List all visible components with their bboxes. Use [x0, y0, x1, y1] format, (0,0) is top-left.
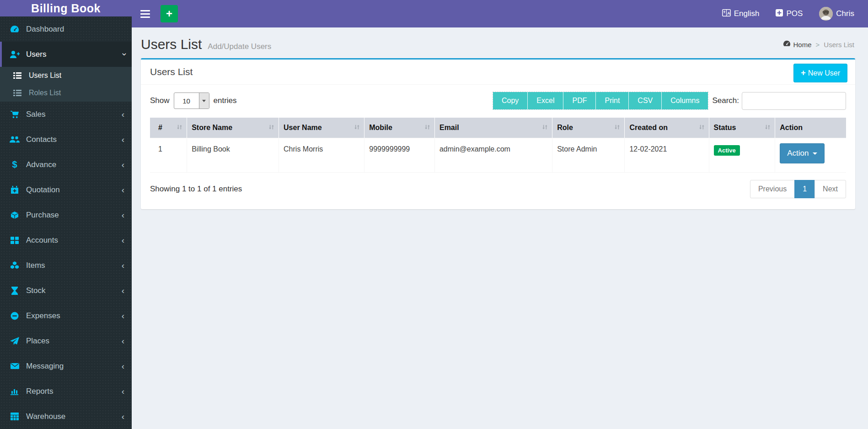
- sidebar-item-users[interactable]: Users ‹: [0, 42, 132, 67]
- pos-button[interactable]: POS: [776, 9, 803, 19]
- avatar: [819, 7, 833, 21]
- page-length-value: 10: [174, 93, 199, 109]
- cell-store-name: Billing Book: [187, 138, 279, 173]
- sidebar-item-stock[interactable]: Stock ‹: [0, 278, 132, 303]
- th-large-icon: [8, 237, 21, 244]
- column-header-status[interactable]: Status: [709, 118, 775, 138]
- sidebar-item-users-list[interactable]: Users List: [0, 67, 132, 84]
- chevron-left-icon: ‹: [122, 311, 124, 320]
- sidebar-item-quotation[interactable]: Quotation ‹: [0, 177, 132, 202]
- sidebar-item-advance[interactable]: $ Advance ‹: [0, 152, 132, 177]
- sidebar-item-sales[interactable]: Sales ‹: [0, 102, 132, 127]
- sidebar-item-accounts[interactable]: Accounts ‹: [0, 228, 132, 253]
- sidebar-item-label: Quotation: [26, 185, 60, 195]
- sidebar-item-label: Dashboard: [26, 25, 64, 34]
- search-input[interactable]: [742, 92, 846, 110]
- language-label: English: [734, 9, 760, 18]
- users-list-card: Users List + New User Show 10: [141, 58, 855, 209]
- minus-circle-icon: [8, 312, 21, 320]
- sidebar-item-warehouse[interactable]: Warehouse ‹: [0, 404, 132, 429]
- chevron-left-icon: ‹: [122, 261, 124, 270]
- pagination-next-button[interactable]: Next: [814, 180, 846, 198]
- column-header-store-name[interactable]: Store Name: [187, 118, 279, 138]
- sidebar-item-label: Warehouse: [26, 412, 65, 421]
- cell-status: Active: [709, 138, 775, 173]
- list-icon: [11, 72, 24, 79]
- pdf-button[interactable]: PDF: [563, 92, 596, 109]
- user-name-label: Chris: [836, 9, 854, 18]
- sort-icon: [614, 124, 620, 132]
- csv-button[interactable]: CSV: [629, 92, 662, 109]
- sidebar-item-label: Users List: [29, 71, 61, 80]
- sidebar-item-label: Advance: [26, 160, 56, 169]
- column-header-user-name[interactable]: User Name: [279, 118, 364, 138]
- page-length-control: Show 10 entries: [150, 92, 237, 109]
- app-logo[interactable]: Billing Book: [0, 0, 132, 16]
- columns-button[interactable]: Columns: [662, 92, 708, 109]
- dollar-icon: $: [8, 159, 21, 170]
- sidebar-item-label: Messaging: [26, 362, 64, 371]
- table-header-row: # Store Name User Name Mobile Email Role…: [150, 118, 846, 138]
- pagination-page-1-button[interactable]: 1: [794, 180, 815, 198]
- print-button[interactable]: Print: [596, 92, 629, 109]
- topbar: + A English POS: [132, 0, 868, 27]
- row-action-button[interactable]: Action: [780, 143, 825, 163]
- column-header-email[interactable]: Email: [434, 118, 552, 138]
- calendar-plus-icon: [8, 186, 21, 194]
- users-icon: [8, 136, 21, 143]
- cell-role: Store Admin: [552, 138, 625, 173]
- column-header-action: Action: [775, 118, 846, 138]
- breadcrumb-home-link[interactable]: Home: [783, 40, 812, 49]
- gauge-icon: [783, 40, 791, 49]
- cell-index: 1: [150, 138, 187, 173]
- cart-icon: [8, 110, 21, 119]
- page-length-select[interactable]: 10: [174, 92, 209, 109]
- user-menu[interactable]: Chris: [819, 7, 854, 21]
- svg-text:A: A: [727, 11, 730, 15]
- table-row: 1 Billing Book Chris Morris 9999999999 a…: [150, 138, 846, 173]
- sidebar-item-roles-list[interactable]: Roles List: [0, 84, 132, 102]
- content: Users List Add/Update Users Home > Users…: [132, 27, 868, 429]
- breadcrumb-current: Users List: [824, 41, 854, 49]
- sort-icon: [354, 124, 360, 132]
- sort-icon: [424, 124, 430, 132]
- language-icon: A: [722, 9, 731, 19]
- search-label: Search:: [712, 96, 739, 105]
- chevron-left-icon: ‹: [122, 160, 124, 169]
- card-title: Users List: [150, 66, 193, 77]
- column-header-index[interactable]: #: [150, 118, 187, 138]
- excel-button[interactable]: Excel: [528, 92, 563, 109]
- language-menu[interactable]: A English: [722, 9, 760, 19]
- search-control: Search:: [712, 92, 846, 110]
- chevron-left-icon: ‹: [122, 286, 124, 295]
- pagination-previous-button[interactable]: Previous: [750, 180, 795, 198]
- column-header-mobile[interactable]: Mobile: [364, 118, 435, 138]
- sidebar-item-purchase[interactable]: Purchase ‹: [0, 202, 132, 228]
- quick-add-button[interactable]: +: [161, 5, 178, 22]
- copy-button[interactable]: Copy: [493, 92, 528, 109]
- sort-icon: [177, 124, 182, 132]
- sidebar-item-contacts[interactable]: Contacts ‹: [0, 127, 132, 152]
- plus-icon: +: [801, 68, 806, 78]
- sidebar-item-places[interactable]: Places ‹: [0, 328, 132, 353]
- sidebar-item-messaging[interactable]: Messaging ‹: [0, 353, 132, 379]
- chevron-left-icon: ‹: [122, 135, 124, 144]
- sidebar-item-dashboard[interactable]: Dashboard: [0, 16, 132, 42]
- breadcrumb-separator: >: [816, 41, 820, 49]
- new-user-button[interactable]: + New User: [793, 64, 847, 82]
- sidebar-toggle-button[interactable]: [132, 8, 159, 20]
- cube-icon: [8, 211, 21, 219]
- users-submenu: Users List Roles List: [0, 67, 132, 102]
- entries-info: Showing 1 to 1 of 1 entries: [150, 185, 242, 194]
- column-header-role[interactable]: Role: [552, 118, 625, 138]
- sidebar-item-items[interactable]: Items ‹: [0, 253, 132, 278]
- sidebar-item-label: Contacts: [26, 135, 57, 144]
- page-title: Users List: [141, 37, 202, 52]
- page-header: Users List Add/Update Users Home > Users…: [132, 27, 868, 58]
- sidebar-item-label: Stock: [26, 286, 46, 295]
- column-header-created-on[interactable]: Created on: [625, 118, 709, 138]
- cubes-icon: [8, 261, 21, 269]
- paper-plane-icon: [8, 337, 21, 345]
- sidebar-item-expenses[interactable]: Expenses ‹: [0, 303, 132, 328]
- sidebar-item-reports[interactable]: Reports ‹: [0, 379, 132, 404]
